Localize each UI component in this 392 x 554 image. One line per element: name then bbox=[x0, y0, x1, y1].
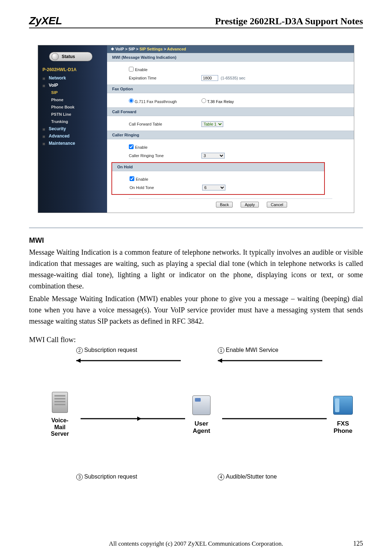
ring-enable-checkbox[interactable] bbox=[129, 144, 134, 149]
fax-t38-label: T.38 Fax Relay bbox=[207, 99, 234, 104]
copyright-text: All contents copyright (c) 2007 ZyXEL Co… bbox=[51, 540, 341, 547]
status-button[interactable]: Status bbox=[49, 52, 93, 61]
bc2: SIP bbox=[128, 47, 135, 51]
section-mwi-body: Enable Expiration Time (1-65535) sec bbox=[107, 62, 354, 85]
ring-enable-label: Enable bbox=[135, 145, 147, 149]
hold-tone-select[interactable]: 6 bbox=[202, 185, 225, 190]
button-row: Back Apply Cancel bbox=[216, 202, 354, 208]
mwi-enable-checkbox[interactable] bbox=[129, 67, 134, 71]
mwi-call-flow-diagram: Voice-MailServer 2Subscription request 3… bbox=[47, 345, 345, 482]
status-disc-icon bbox=[52, 53, 59, 60]
nav-maintenance[interactable]: ▣ Maintenance bbox=[42, 140, 103, 147]
plus-icon: ▣ bbox=[42, 77, 45, 80]
voip-children: SIP Phone Phone Book PSTN Line Trunking bbox=[51, 89, 103, 125]
arrows-left: 2Subscription request 3Subscription requ… bbox=[73, 347, 189, 480]
hold-enable-checkbox[interactable] bbox=[130, 176, 134, 181]
bc-icon: ❖ bbox=[111, 47, 115, 51]
status-label: Status bbox=[62, 54, 75, 59]
arrow1-label: 1Enable MWI Service bbox=[218, 347, 278, 354]
section-fwd-body: Call Forward Table Table 1 bbox=[107, 116, 354, 131]
bc1: VoIP bbox=[115, 47, 124, 51]
section-fax-body: G.711 Fax Passthrough T.38 Fax Relay bbox=[107, 93, 354, 107]
section-ring-header: Caller Ringing bbox=[107, 131, 354, 139]
arrow2-label: 2Subscription request bbox=[76, 347, 137, 354]
user-agent-node: User Agent bbox=[189, 393, 214, 434]
page-number: 125 bbox=[341, 540, 363, 547]
mwi-enable-label: Enable bbox=[135, 67, 147, 72]
section-fax-header: Fax Option bbox=[107, 85, 354, 93]
breadcrumb: ❖ VoIP > SIP > SIP Settings > Advanced bbox=[107, 45, 354, 53]
plus-icon: ▣ bbox=[42, 135, 45, 138]
section-divider bbox=[29, 227, 363, 228]
arrows-right: 1Enable MWI Service 4Audible/Stutter ton… bbox=[214, 347, 330, 480]
server-icon bbox=[52, 392, 68, 413]
arrow3-label: 3Subscription request bbox=[76, 473, 137, 480]
fax-t38-radio[interactable] bbox=[201, 98, 206, 103]
voice-mail-server-node: Voice-MailServer bbox=[47, 390, 73, 437]
fxs-phone-node: FXS Phone bbox=[330, 393, 356, 434]
nav-label: Maintenance bbox=[49, 141, 75, 146]
arrow-left-icon bbox=[76, 415, 185, 470]
mwi-paragraph-1: Message Waiting Indication is a common f… bbox=[29, 247, 363, 292]
nav-phone-book[interactable]: Phone Book bbox=[51, 103, 103, 111]
arrow-right-icon bbox=[76, 357, 185, 412]
nav-label: VoIP bbox=[49, 83, 58, 88]
content-pane: ❖ VoIP > SIP > SIP Settings > Advanced M… bbox=[107, 45, 354, 213]
nav-pstn-line[interactable]: PSTN Line bbox=[51, 111, 103, 118]
flow-label: MWI Call flow: bbox=[29, 336, 363, 344]
minus-icon: ▣ bbox=[42, 84, 45, 87]
section-mwi-header: MWI (Message Waiting Indication) bbox=[107, 53, 354, 62]
page-footer: All contents copyright (c) 2007 ZyXEL Co… bbox=[29, 540, 363, 547]
nav-sip[interactable]: SIP bbox=[51, 89, 103, 96]
section-hold-header: On Hold bbox=[112, 163, 324, 171]
nav-security[interactable]: ▣ Security bbox=[42, 125, 103, 132]
sidebar: Status P-2602HWL-D1A ▣ Network ▣ VoIP SI… bbox=[38, 45, 107, 213]
ring-tone-label: Caller Ringing Tone bbox=[129, 153, 201, 158]
hold-enable-label: Enable bbox=[136, 177, 148, 181]
svg-marker-1 bbox=[76, 358, 81, 363]
arrow-left-icon bbox=[218, 415, 327, 470]
on-hold-highlighted-box: On Hold Enable On Hold Tone 6 bbox=[111, 162, 325, 195]
nav-trunking[interactable]: Trunking bbox=[51, 118, 103, 125]
zyxel-logo: ZyXEL bbox=[29, 15, 62, 27]
doc-title: Prestige 2602RL-D3A Support Notes bbox=[215, 16, 363, 27]
nav-phone[interactable]: Phone bbox=[51, 96, 103, 103]
user-agent-icon bbox=[192, 395, 211, 415]
mwi-exp-label: Expiration Time bbox=[129, 76, 201, 80]
plus-icon: ▣ bbox=[42, 142, 45, 145]
fwd-label: Call Forward Table bbox=[129, 122, 201, 126]
dotted-divider bbox=[129, 198, 332, 199]
mwi-exp-input[interactable] bbox=[201, 75, 218, 81]
phone-icon bbox=[333, 396, 353, 415]
nav-network[interactable]: ▣ Network bbox=[42, 74, 103, 82]
arrow4-label: 4Audible/Stutter tone bbox=[218, 473, 277, 480]
svg-marker-3 bbox=[137, 416, 142, 421]
ring-tone-select[interactable]: 3 bbox=[201, 153, 225, 159]
section-ring-body: Enable Caller Ringing Tone 3 bbox=[107, 139, 354, 162]
back-button[interactable]: Back bbox=[216, 202, 233, 208]
product-model: P-2602HWL-D1A bbox=[42, 67, 103, 72]
nav-label: Advanced bbox=[49, 134, 69, 139]
arrow-right-icon bbox=[218, 357, 327, 412]
mwi-exp-hint: (1-65535) sec bbox=[221, 76, 245, 80]
fax-g711-label: G.711 Fax Passthrough bbox=[135, 99, 177, 104]
apply-button[interactable]: Apply bbox=[241, 202, 259, 208]
svg-marker-5 bbox=[218, 358, 222, 363]
fwd-select[interactable]: Table 1 bbox=[201, 121, 223, 127]
hold-tone-label: On Hold Tone bbox=[130, 185, 202, 190]
body-text: MWI Message Waiting Indication is a comm… bbox=[29, 227, 363, 482]
node3-caption: FXS Phone bbox=[330, 420, 356, 434]
node2-caption: User Agent bbox=[189, 420, 214, 434]
section-hold-body: Enable On Hold Tone 6 bbox=[112, 171, 324, 194]
cancel-button[interactable]: Cancel bbox=[267, 202, 287, 208]
nav-voip[interactable]: ▣ VoIP bbox=[42, 82, 103, 89]
page-header: ZyXEL Prestige 2602RL-D3A Support Notes bbox=[29, 15, 363, 28]
mwi-heading: MWI bbox=[29, 236, 363, 245]
node1-caption: Voice-MailServer bbox=[47, 417, 73, 437]
bc3: SIP Settings bbox=[139, 47, 163, 51]
fax-g711-radio[interactable] bbox=[129, 98, 134, 103]
nav-label: Security bbox=[49, 126, 66, 131]
router-ui-screenshot: Status P-2602HWL-D1A ▣ Network ▣ VoIP SI… bbox=[38, 45, 354, 213]
bc4: Advanced bbox=[167, 47, 186, 51]
nav-advanced[interactable]: ▣ Advanced bbox=[42, 132, 103, 140]
